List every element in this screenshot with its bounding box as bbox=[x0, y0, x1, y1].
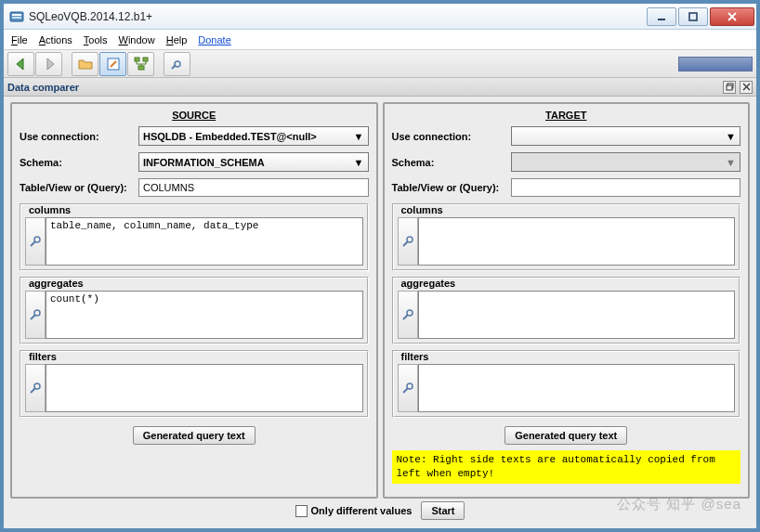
svg-rect-6 bbox=[135, 58, 139, 61]
label-schema-tgt: Schema: bbox=[392, 157, 511, 168]
menu-help[interactable]: Help bbox=[166, 34, 188, 45]
legend-aggregates-src: aggregates bbox=[29, 278, 363, 289]
bottom-bar: Only different values Start bbox=[10, 499, 750, 523]
progress-indicator bbox=[678, 57, 753, 71]
target-connection-combo[interactable]: ▼ bbox=[511, 126, 741, 146]
only-diff-checkbox[interactable]: Only different values bbox=[295, 505, 413, 517]
label-connection-tgt: Use connection: bbox=[392, 131, 511, 142]
subwin-restore-button[interactable] bbox=[723, 81, 736, 94]
label-connection-src: Use connection: bbox=[20, 131, 138, 142]
chevron-down-icon: ▼ bbox=[724, 155, 738, 169]
forward-button[interactable] bbox=[35, 52, 62, 76]
settings-button[interactable] bbox=[164, 52, 190, 76]
svg-rect-7 bbox=[143, 58, 148, 61]
menu-donate[interactable]: Donate bbox=[198, 34, 230, 45]
svg-rect-4 bbox=[689, 13, 697, 20]
minimize-button[interactable] bbox=[647, 7, 676, 26]
label-table-tgt: Table/View or (Query): bbox=[392, 182, 511, 193]
source-schema-combo[interactable]: INFORMATION_SCHEMA▼ bbox=[138, 152, 369, 172]
svg-rect-11 bbox=[727, 85, 732, 90]
menu-window[interactable]: Window bbox=[119, 34, 155, 45]
svg-rect-2 bbox=[12, 17, 21, 19]
chevron-down-icon: ▼ bbox=[724, 129, 738, 143]
subwin-close-button[interactable] bbox=[740, 81, 753, 94]
app-icon bbox=[9, 9, 24, 24]
legend-columns-tgt: columns bbox=[401, 204, 736, 215]
aggregates-config-button-src[interactable] bbox=[25, 291, 46, 339]
source-generated-query-button[interactable]: Generated query text bbox=[133, 426, 256, 445]
title-text: SQLeoVQB.2014.12.b1+ bbox=[29, 10, 645, 23]
filters-config-button-src[interactable] bbox=[25, 364, 46, 412]
maximize-button[interactable] bbox=[678, 7, 708, 26]
subwindow-title: Data comparer bbox=[7, 82, 79, 93]
target-pane: TARGET Use connection: ▼ Schema: ▼ Table… bbox=[383, 102, 751, 499]
source-filters-text[interactable] bbox=[46, 364, 363, 412]
source-columns-text[interactable]: table_name, column_name, data_type bbox=[46, 217, 363, 266]
label-schema-src: Schema: bbox=[20, 157, 138, 168]
source-aggregates-text[interactable]: count(*) bbox=[46, 291, 363, 339]
legend-filters-src: filters bbox=[29, 351, 363, 362]
menu-file[interactable]: File bbox=[11, 34, 28, 45]
columns-config-button-src[interactable] bbox=[25, 217, 46, 266]
content-area: SOURCE Use connection: HSQLDB - Embedded… bbox=[4, 97, 756, 528]
back-button[interactable] bbox=[7, 52, 34, 76]
legend-columns-src: columns bbox=[29, 204, 363, 215]
svg-rect-8 bbox=[138, 66, 144, 70]
titlebar[interactable]: SQLeoVQB.2014.12.b1+ bbox=[4, 4, 756, 30]
target-generated-query-button[interactable]: Generated query text bbox=[504, 426, 627, 445]
chevron-down-icon: ▼ bbox=[352, 129, 366, 143]
svg-rect-1 bbox=[12, 14, 21, 16]
label-table-src: Table/View or (Query): bbox=[20, 182, 138, 193]
columns-config-button-tgt[interactable] bbox=[398, 217, 418, 266]
source-pane: SOURCE Use connection: HSQLDB - Embedded… bbox=[10, 102, 378, 499]
menu-actions[interactable]: Actions bbox=[39, 34, 72, 45]
close-button[interactable] bbox=[710, 7, 754, 26]
checkbox-box bbox=[295, 505, 308, 517]
target-table-input[interactable] bbox=[511, 178, 741, 197]
legend-aggregates-tgt: aggregates bbox=[401, 278, 736, 289]
menu-tools[interactable]: Tools bbox=[84, 34, 108, 45]
target-title: TARGET bbox=[392, 110, 741, 121]
filters-config-button-tgt[interactable] bbox=[398, 364, 418, 412]
edit-button[interactable] bbox=[99, 52, 126, 76]
source-title: SOURCE bbox=[20, 110, 369, 121]
source-table-input[interactable] bbox=[138, 178, 369, 197]
target-aggregates-text[interactable] bbox=[418, 291, 736, 339]
target-schema-combo[interactable]: ▼ bbox=[511, 152, 741, 172]
start-button[interactable]: Start bbox=[421, 501, 465, 520]
diagram-button[interactable] bbox=[127, 52, 154, 76]
subwindow-header: Data comparer bbox=[4, 78, 756, 97]
target-columns-text[interactable] bbox=[418, 217, 736, 266]
legend-filters-tgt: filters bbox=[401, 351, 736, 362]
open-folder-button[interactable] bbox=[72, 52, 98, 76]
chevron-down-icon: ▼ bbox=[352, 155, 366, 169]
note-text: Note: Right side texts are automatically… bbox=[392, 450, 741, 484]
svg-rect-3 bbox=[658, 19, 665, 20]
aggregates-config-button-tgt[interactable] bbox=[398, 291, 418, 339]
toolbar bbox=[4, 50, 756, 78]
menubar: File Actions Tools Window Help Donate bbox=[4, 30, 756, 50]
app-window: SQLeoVQB.2014.12.b1+ File Actions Tools … bbox=[3, 3, 757, 529]
target-filters-text[interactable] bbox=[418, 364, 736, 412]
source-connection-combo[interactable]: HSQLDB - Embedded.TEST@<null>▼ bbox=[138, 126, 369, 146]
